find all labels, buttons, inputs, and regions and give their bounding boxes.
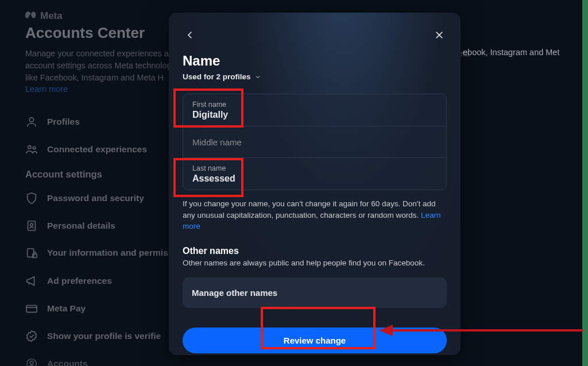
right-green-bar (582, 0, 588, 366)
last-name-value: Assessed (192, 174, 437, 184)
last-name-label: Last name (192, 164, 437, 172)
close-button[interactable] (432, 28, 447, 43)
chevron-down-icon (254, 74, 261, 80)
background-text-fragment: ebook, Instagram and Met (463, 48, 559, 57)
other-names-heading: Other names (183, 246, 447, 256)
first-name-label: First name (192, 101, 437, 109)
middle-name-placeholder: Middle name (192, 133, 437, 152)
name-fields-group: First name Digitally Middle name Last na… (183, 94, 447, 190)
middle-name-field[interactable]: Middle name (183, 126, 446, 158)
close-icon (434, 30, 444, 40)
used-for-label: Used for 2 profiles (183, 72, 251, 81)
chevron-left-icon (185, 30, 195, 40)
other-names-description: Other names are always public and help p… (183, 259, 447, 267)
modal-title: Name (183, 53, 447, 69)
name-edit-modal: Name Used for 2 profiles First name Digi… (169, 13, 461, 355)
name-change-info: If you change your name, you can't chang… (183, 198, 447, 232)
first-name-field[interactable]: First name Digitally (183, 94, 446, 126)
back-button[interactable] (183, 28, 198, 43)
review-change-button[interactable]: Review change (183, 328, 447, 353)
first-name-value: Digitally (192, 110, 437, 120)
last-name-field[interactable]: Last name Assessed (183, 158, 446, 190)
manage-other-names-button[interactable]: Manage other names (183, 278, 447, 308)
used-for-profiles-dropdown[interactable]: Used for 2 profiles (183, 72, 447, 81)
